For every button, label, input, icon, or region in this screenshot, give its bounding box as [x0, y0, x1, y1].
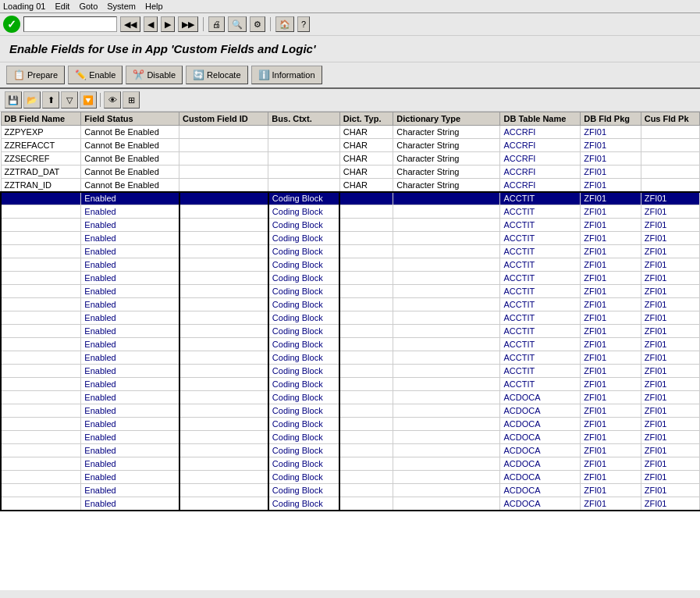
- settings-btn[interactable]: ⚙: [250, 16, 265, 32]
- cell-db-table: ACCTIT: [500, 285, 581, 298]
- page-title: Enable Fields for Use in App 'Custom Fie…: [0, 36, 700, 62]
- cell-db-table: ACCTIT: [500, 219, 581, 232]
- cell-bus-ctxt: Coding Block: [268, 351, 339, 365]
- menu-system[interactable]: System: [107, 2, 136, 11]
- prepare-button[interactable]: 📋 Prepare: [6, 66, 65, 84]
- table-row[interactable]: ZZREFACCT Cannot Be Enabled CHAR Charact…: [1, 139, 700, 152]
- local-file-icon-btn[interactable]: 📂: [23, 91, 41, 109]
- table-row[interactable]: Enabled Coding Block ACDOCA ZFI01 ZFI01: [1, 404, 700, 418]
- table-row[interactable]: Enabled Coding Block ACCTIT ZFI01 ZFI01: [1, 219, 700, 232]
- cell-db-table: ACCTIT: [500, 338, 581, 351]
- cell-status: Enabled: [81, 497, 179, 511]
- cell-cus-fld-pk: ZFI01: [641, 365, 699, 378]
- table-row[interactable]: Enabled Coding Block ACDOCA ZFI01 ZFI01: [1, 391, 700, 404]
- table-row[interactable]: Enabled Coding Block ACCTIT ZFI01 ZFI01: [1, 325, 700, 338]
- cell-custom-id: [179, 179, 268, 192]
- nav-back-btn[interactable]: ◀◀: [120, 16, 140, 32]
- nav-fwdfast-btn[interactable]: ▶▶: [178, 16, 198, 32]
- table-row[interactable]: Enabled Coding Block ACCTIT ZFI01 ZFI01: [1, 192, 700, 205]
- table-row[interactable]: Enabled Coding Block ACCTIT ZFI01 ZFI01: [1, 311, 700, 325]
- table-row[interactable]: Enabled Coding Block ACCTIT ZFI01 ZFI01: [1, 365, 700, 378]
- table-row[interactable]: Enabled Coding Block ACCTIT ZFI01 ZFI01: [1, 338, 700, 351]
- cell-dict-typ: [339, 404, 393, 418]
- cell-custom-id: [179, 391, 268, 404]
- table-row[interactable]: Enabled Coding Block ACCTIT ZFI01 ZFI01: [1, 272, 700, 285]
- cell-status: Enabled: [81, 232, 179, 245]
- table-row[interactable]: ZZPYEXP Cannot Be Enabled CHAR Character…: [1, 126, 700, 139]
- cell-status: Enabled: [81, 365, 179, 378]
- table-header-row: DB Field Name Field Status Custom Field …: [1, 112, 700, 126]
- table-row[interactable]: Enabled Coding Block ACCTIT ZFI01 ZFI01: [1, 232, 700, 245]
- menu-goto[interactable]: Goto: [79, 2, 98, 11]
- cell-bus-ctxt: Coding Block: [268, 219, 339, 232]
- save-icon-btn[interactable]: 💾: [5, 91, 22, 109]
- cell-bus-ctxt: Coding Block: [268, 192, 339, 205]
- cell-status: Enabled: [81, 418, 179, 431]
- cell-db-fld-pkg: ZFI01: [581, 457, 641, 471]
- disable-button[interactable]: ✂️ Disable: [126, 66, 183, 84]
- cell-cus-fld-pk: ZFI01: [641, 351, 699, 365]
- cell-db-field: ZZSECREF: [1, 152, 81, 166]
- cell-db-field: [1, 311, 81, 325]
- cell-custom-id: [179, 258, 268, 272]
- table-row[interactable]: ZZSECREF Cannot Be Enabled CHAR Characte…: [1, 152, 700, 166]
- cell-dict-type: [393, 431, 500, 444]
- table-row[interactable]: Enabled Coding Block ACDOCA ZFI01 ZFI01: [1, 457, 700, 471]
- information-button[interactable]: ℹ️ Information: [251, 66, 322, 84]
- view-icon-btn[interactable]: 👁: [104, 91, 121, 109]
- col-header-status: Field Status: [81, 112, 179, 126]
- table-row[interactable]: Enabled Coding Block ACDOCA ZFI01 ZFI01: [1, 418, 700, 431]
- cell-dict-typ: [339, 285, 393, 298]
- filter2-icon-btn[interactable]: 🔽: [80, 91, 97, 109]
- cell-bus-ctxt: Coding Block: [268, 444, 339, 457]
- help-btn[interactable]: ?: [297, 16, 310, 32]
- cell-db-table: ACCTIT: [500, 325, 581, 338]
- grid-icon-btn[interactable]: ⊞: [123, 91, 140, 109]
- upload-icon-btn[interactable]: ⬆: [42, 91, 59, 109]
- enable-button[interactable]: ✏️ Enable: [68, 66, 123, 84]
- table-row[interactable]: Enabled Coding Block ACDOCA ZFI01 ZFI01: [1, 471, 700, 484]
- cell-dict-type: [393, 205, 500, 219]
- cell-dict-typ: CHAR: [339, 126, 393, 139]
- nav-prev-btn[interactable]: ◀: [144, 16, 158, 32]
- table-row[interactable]: Enabled Coding Block ACCTIT ZFI01 ZFI01: [1, 351, 700, 365]
- home-btn[interactable]: 🏠: [275, 16, 294, 32]
- print-btn[interactable]: 🖨: [208, 16, 225, 32]
- table-row[interactable]: Enabled Coding Block ACDOCA ZFI01 ZFI01: [1, 431, 700, 444]
- cell-dict-typ: CHAR: [339, 166, 393, 179]
- cell-db-field: [1, 431, 81, 444]
- table-row[interactable]: ZZTRAD_DAT Cannot Be Enabled CHAR Charac…: [1, 166, 700, 179]
- table-row[interactable]: Enabled Coding Block ACCTIT ZFI01 ZFI01: [1, 245, 700, 258]
- cell-db-fld-pkg: ZFI01: [581, 471, 641, 484]
- menu-edit[interactable]: Edit: [55, 2, 69, 11]
- table-row[interactable]: Enabled Coding Block ACCTIT ZFI01 ZFI01: [1, 258, 700, 272]
- cell-status: Cannot Be Enabled: [81, 179, 179, 192]
- nav-fwd-btn[interactable]: ▶: [161, 16, 175, 32]
- cell-db-table: ACCTIT: [500, 272, 581, 285]
- table-row[interactable]: Enabled Coding Block ACDOCA ZFI01 ZFI01: [1, 484, 700, 497]
- relocate-button[interactable]: 🔄 Relocate: [186, 66, 247, 84]
- cell-dict-type: [393, 338, 500, 351]
- cell-cus-fld-pk: ZFI01: [641, 219, 699, 232]
- find-btn[interactable]: 🔍: [228, 16, 247, 32]
- table-row[interactable]: Enabled Coding Block ACDOCA ZFI01 ZFI01: [1, 497, 700, 511]
- table-row[interactable]: Enabled Coding Block ACCTIT ZFI01 ZFI01: [1, 298, 700, 311]
- cell-bus-ctxt: Coding Block: [268, 457, 339, 471]
- menu-help[interactable]: Help: [145, 2, 163, 11]
- cell-db-field: [1, 444, 81, 457]
- menu-loading[interactable]: Loading 01: [3, 2, 45, 11]
- table-row[interactable]: ZZTRAN_ID Cannot Be Enabled CHAR Charact…: [1, 179, 700, 192]
- cell-bus-ctxt: Coding Block: [268, 285, 339, 298]
- table-row[interactable]: Enabled Coding Block ACDOCA ZFI01 ZFI01: [1, 444, 700, 457]
- command-input[interactable]: [23, 16, 117, 32]
- cell-db-table: ACDOCA: [500, 471, 581, 484]
- table-row[interactable]: Enabled Coding Block ACCTIT ZFI01 ZFI01: [1, 378, 700, 391]
- cell-cus-fld-pk: ZFI01: [641, 311, 699, 325]
- cell-bus-ctxt: Coding Block: [268, 205, 339, 219]
- table-row[interactable]: Enabled Coding Block ACCTIT ZFI01 ZFI01: [1, 285, 700, 298]
- table-row[interactable]: Enabled Coding Block ACCTIT ZFI01 ZFI01: [1, 205, 700, 219]
- cell-db-field: [1, 497, 81, 511]
- filter-icon-btn[interactable]: ▽: [61, 91, 78, 109]
- cell-dict-typ: [339, 219, 393, 232]
- cell-dict-typ: CHAR: [339, 152, 393, 166]
